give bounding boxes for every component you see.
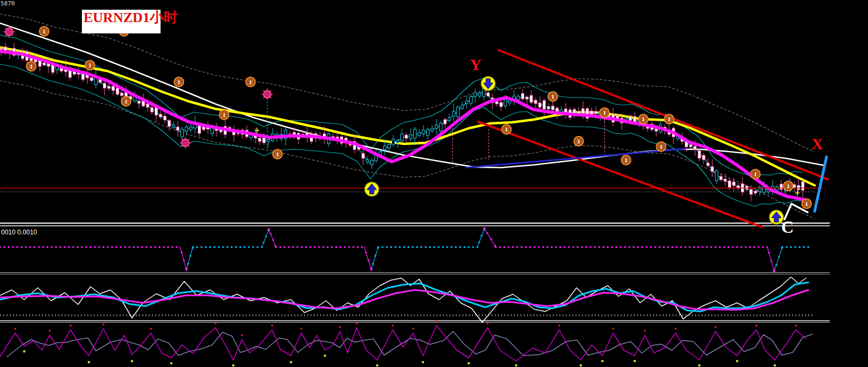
candle-body [565, 109, 567, 112]
candle-body [591, 111, 593, 114]
chart-letter-label[interactable]: X [811, 135, 823, 153]
panel1-spike-dot [192, 247, 193, 249]
panel3-peak-dot [339, 327, 341, 328]
info-marker-icon[interactable]: 1 [39, 26, 49, 36]
info-marker-icon[interactable]: 1 [26, 61, 36, 71]
panel1-dot [508, 246, 510, 248]
panel3-peak-dot [413, 328, 414, 330]
panel1-apex-dot [268, 228, 270, 231]
panel1-dot [741, 246, 742, 248]
panel1-spike-dot [494, 245, 496, 247]
candle-body [595, 112, 598, 114]
candle-body [716, 171, 718, 181]
panel1-dot [38, 246, 40, 248]
sell-signal-icon[interactable] [481, 77, 495, 91]
candle-body [522, 94, 524, 99]
panel3-peak-dot [756, 325, 758, 327]
panel1-dot [762, 246, 764, 248]
info-marker-icon[interactable]: 1 [656, 142, 666, 151]
candle-body [474, 93, 477, 96]
info-marker-glyph: 1 [668, 116, 671, 122]
info-marker-icon[interactable]: 1 [273, 149, 282, 159]
panel1-dot [395, 246, 397, 248]
candle-body [453, 112, 455, 116]
panel1-dot [90, 246, 92, 248]
info-marker-glyph: 1 [787, 183, 790, 189]
info-marker-glyph: 1 [659, 143, 663, 150]
info-marker-icon[interactable]: 1 [502, 124, 511, 134]
info-marker-icon[interactable]: 1 [638, 114, 648, 124]
panel1-dot [323, 246, 324, 248]
info-marker-glyph: 1 [249, 79, 252, 85]
symbol-label-box[interactable]: EURNZD1小时 [82, 10, 161, 33]
panel1-dot [214, 246, 216, 248]
info-marker-icon[interactable]: 1 [246, 77, 255, 87]
panel1-spike [269, 230, 276, 247]
panel1-dot [786, 246, 788, 248]
panel1-dot [129, 246, 130, 248]
flower-marker-icon[interactable] [3, 26, 15, 38]
panel1-dot [30, 246, 31, 248]
panel1-dot [284, 246, 286, 248]
candle-body [526, 97, 529, 99]
panel1-dot [17, 246, 18, 248]
blue-support-line[interactable] [466, 149, 685, 168]
buy-signal-icon[interactable] [365, 182, 379, 196]
flower-marker-icon[interactable] [179, 137, 191, 149]
panel1-dot [808, 246, 809, 248]
candle-body [448, 118, 451, 121]
panel1-dot [543, 246, 544, 248]
panel3-trough-dot [232, 364, 234, 366]
panel1-spike-dot [478, 241, 480, 243]
info-marker-icon[interactable]: 1 [548, 92, 558, 101]
info-marker-icon[interactable]: 1 [600, 108, 609, 117]
panel1-apex-dot [483, 227, 485, 230]
candle-body [504, 100, 507, 106]
panel1-spike-dot [374, 255, 376, 257]
panel1-dot [599, 246, 600, 248]
info-marker-icon[interactable]: 1 [574, 136, 584, 146]
panel3-peak-dot [272, 325, 273, 327]
chart-canvas[interactable]: 11111111111111111111YXC [0, 0, 868, 367]
panel1-dot [120, 246, 122, 248]
flower-center [263, 91, 271, 98]
info-marker-icon[interactable]: 1 [783, 181, 793, 191]
info-marker-icon[interactable]: 1 [664, 114, 674, 124]
info-marker-icon[interactable]: 1 [802, 199, 811, 209]
panel1-dot [240, 246, 241, 248]
candle-body [388, 144, 391, 148]
panel1-dot [331, 246, 333, 248]
panel1-dot [137, 246, 139, 248]
panel1-dot [280, 246, 281, 248]
panel1-dot [314, 246, 316, 248]
info-marker-icon[interactable]: 1 [85, 60, 95, 70]
panel1-dot [25, 246, 27, 248]
panel1-dot [34, 246, 36, 248]
candle-body [116, 88, 119, 94]
panel1-dot [732, 246, 734, 248]
info-marker-icon[interactable]: 1 [121, 96, 131, 106]
cyan-upper-envelope [0, 35, 803, 177]
panel3-trough-dot [324, 355, 326, 357]
candle-body [457, 107, 460, 117]
panel1-dot [223, 246, 224, 248]
chart-letter-label[interactable]: Y [470, 56, 482, 73]
flower-marker-icon[interactable] [261, 88, 273, 100]
panel1-dot [399, 246, 401, 248]
panel1-dot [201, 246, 203, 248]
panel1-dot [504, 246, 505, 248]
candle-body [703, 155, 705, 160]
panel3-peak-dot [715, 327, 717, 328]
panel1-dot [468, 246, 470, 248]
symbol-label: EURNZD1小时 [82, 10, 161, 25]
info-marker-icon[interactable]: 1 [621, 155, 631, 165]
panel1-dot [633, 246, 635, 248]
panel1-dot [737, 246, 738, 248]
chart-letter-label[interactable]: C [781, 217, 794, 237]
panel1-dot [624, 246, 626, 248]
info-marker-icon[interactable]: 1 [174, 77, 184, 87]
info-marker-icon[interactable]: 1 [751, 169, 760, 179]
panel1-spike-dot [265, 236, 267, 237]
panel1-dot [416, 246, 418, 248]
info-marker-icon[interactable]: 1 [219, 110, 229, 120]
